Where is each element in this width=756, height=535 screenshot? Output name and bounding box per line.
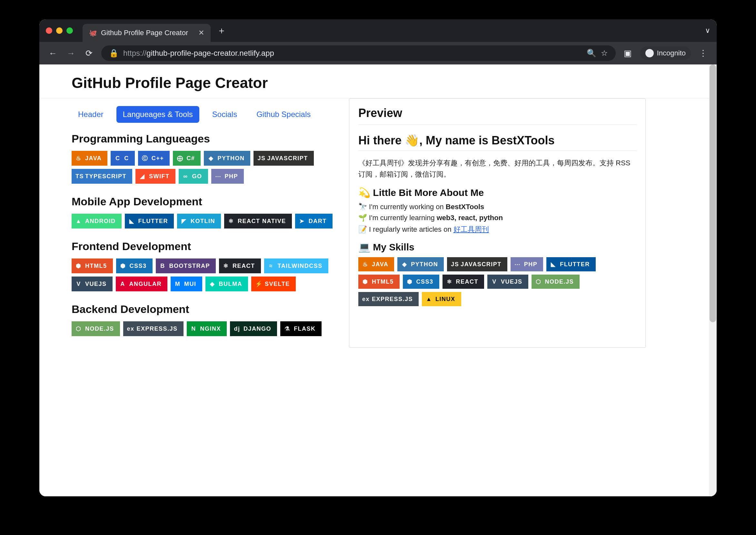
badge-icon: ◆ [209,280,216,288]
badge-vuejs[interactable]: VVUEJS [72,276,112,291]
badge-icon: B [160,263,166,269]
badge-icon: ≈ [268,263,274,269]
badge-php[interactable]: ⋯PHP [211,169,244,184]
badge-icon: ⬡ [76,325,82,332]
badge-icon: M [174,281,181,288]
badge-javascript[interactable]: JSJAVASCRIPT [254,151,314,166]
badge-icon: ⬢ [76,262,82,269]
badge-icon: ⬢ [120,262,126,269]
reload-button[interactable]: ⟳ [83,48,95,58]
browser-tab[interactable]: 🐙 Github Profile Page Creator ✕ [82,24,211,42]
badge-bootstrap[interactable]: BBOOTSTRAP [156,259,216,273]
badge-java[interactable]: ♨JAVA [72,151,107,166]
badge-flask[interactable]: ⚗FLASK [280,321,321,336]
badge-html5[interactable]: ⬢HTML5 [72,259,113,273]
badge-android[interactable]: ▲ANDROID [72,214,122,229]
forward-button[interactable]: → [65,48,77,58]
badge-react[interactable]: ⚛REACT [219,259,261,273]
badge-express-js[interactable]: exEXPRESS.JS [123,321,184,336]
badge-label: DJANGO [244,325,271,332]
badge-c-[interactable]: ⨁C# [173,151,200,166]
preview-about-heading: 💫 Little Bit More About Me [358,187,636,198]
badge-react-native[interactable]: ⚛REACT NATIVE [224,214,292,229]
badge-label: VUEJS [501,278,523,285]
badge-label: FLUTTER [138,218,168,225]
close-window-button[interactable] [46,27,52,34]
badge-icon: JS [257,155,264,162]
bookmark-icon[interactable]: ☆ [601,49,608,58]
badge-nginx[interactable]: NNGINX [187,321,227,336]
scrollbar-thumb[interactable] [710,65,716,322]
maximize-window-button[interactable] [67,27,73,34]
preview-about-line: 📝 I regularly write articles on 好工具周刊 [358,225,636,234]
skill-badge-express-js: exEXPRESS.JS [358,292,419,306]
back-button[interactable]: ← [47,48,59,58]
side-panel-icon[interactable]: ▣ [622,48,634,58]
tab-langueages-tools[interactable]: Langueages & Tools [116,106,199,123]
badge-icon: ◆ [401,261,408,268]
skill-badge-css3: ⬢CSS3 [403,275,439,289]
incognito-badge[interactable]: Incognito [640,46,691,60]
badge-label: TAILWINDCSS [278,263,322,269]
new-tab-button[interactable]: ＋ [217,24,226,37]
minimize-window-button[interactable] [56,27,63,34]
badge-c[interactable]: CC [111,151,135,166]
badge-icon: ◢ [139,173,146,180]
skill-badge-javascript: JSJAVASCRIPT [447,257,507,271]
badge-label: JAVA [85,155,102,162]
section-backend-development: Backend Development⬡NODE.JSexEXPRESS.JSN… [72,303,343,336]
badge-label: ANGULAR [129,281,162,288]
badge-list: ⬢HTML5⬢CSS3BBOOTSTRAP⚛REACT≈TAILWINDCSSV… [72,259,343,291]
badge-kotlin[interactable]: ◤KOTLIN [177,214,221,229]
badge-label: PHP [524,261,538,268]
preview-about-line: 🔭 I'm currently working on BestXTools [358,203,636,211]
tab-github-specials[interactable]: Github Specials [250,106,317,123]
badge-tailwindcss[interactable]: ≈TAILWINDCSS [264,259,328,273]
section-mobile-app-development: Mobile App Development▲ANDROID◣FLUTTER◤K… [72,195,343,229]
section-programming-langueages: Programming Langueages♨JAVACCⒸC++⨁C#◆PYT… [72,132,343,184]
scrollbar[interactable] [709,65,717,496]
section-title: Mobile App Development [72,195,343,208]
tab-socials[interactable]: Socials [206,106,244,123]
badge-label: C [124,155,129,162]
badge-icon: N [191,325,197,332]
badge-bulma[interactable]: ◆BULMA [205,276,248,291]
window-menu-icon[interactable]: ∨ [705,26,710,35]
badge-label: EXPRESS.JS [137,325,178,332]
article-link[interactable]: 好工具周刊 [453,225,489,233]
badge-swift[interactable]: ◢SWIFT [136,169,175,184]
zoom-icon[interactable]: 🔍 [587,49,596,58]
badge-dart[interactable]: ➤DART [295,214,333,229]
badge-typescript[interactable]: TSTYPESCRIPT [72,169,132,184]
badge-go[interactable]: ∞GO [179,169,208,184]
badge-angular[interactable]: AANGULAR [116,276,168,291]
badge-icon: ⬡ [535,278,542,285]
badge-icon: ▲ [76,218,82,225]
favicon-icon: 🐙 [89,29,97,37]
badge-c-[interactable]: ⒸC++ [138,151,170,166]
badge-flutter[interactable]: ◣FLUTTER [125,214,174,229]
editor-tabs: HeaderLangueages & ToolsSocialsGithub Sp… [72,98,343,132]
badge-node-js[interactable]: ⬡NODE.JS [72,321,120,336]
url-bar[interactable]: 🔒 https://github-profile-page-creator.ne… [101,45,616,61]
section-frontend-development: Frontend Development⬢HTML5⬢CSS3BBOOTSTRA… [72,240,343,291]
badge-label: CSS3 [416,278,434,285]
badge-python[interactable]: ◆PYTHON [204,151,250,166]
badge-list: ▲ANDROID◣FLUTTER◤KOTLIN⚛REACT NATIVE➤DAR… [72,214,343,229]
tab-header[interactable]: Header [72,106,110,123]
badge-label: REACT [232,263,255,269]
skill-badge-react: ⚛REACT [442,275,484,289]
badge-django[interactable]: djDJANGO [230,321,277,336]
badge-icon: ▲ [426,296,432,303]
badge-svelte[interactable]: ⚡SVELTE [251,276,296,291]
browser-menu-icon[interactable]: ⋮ [697,48,709,58]
badge-css3[interactable]: ⬢CSS3 [116,259,153,273]
badge-icon: ⚛ [446,278,453,285]
badge-icon: ⚛ [223,262,229,269]
badge-label: EXPRESS.JS [372,296,413,303]
editor-panel: HeaderLangueages & ToolsSocialsGithub Sp… [72,98,343,348]
close-tab-icon[interactable]: ✕ [198,29,204,37]
preview-skills-heading: 💻 My Skills [358,241,636,253]
badge-mui[interactable]: MMUI [170,276,202,291]
badge-label: PYTHON [217,155,245,162]
